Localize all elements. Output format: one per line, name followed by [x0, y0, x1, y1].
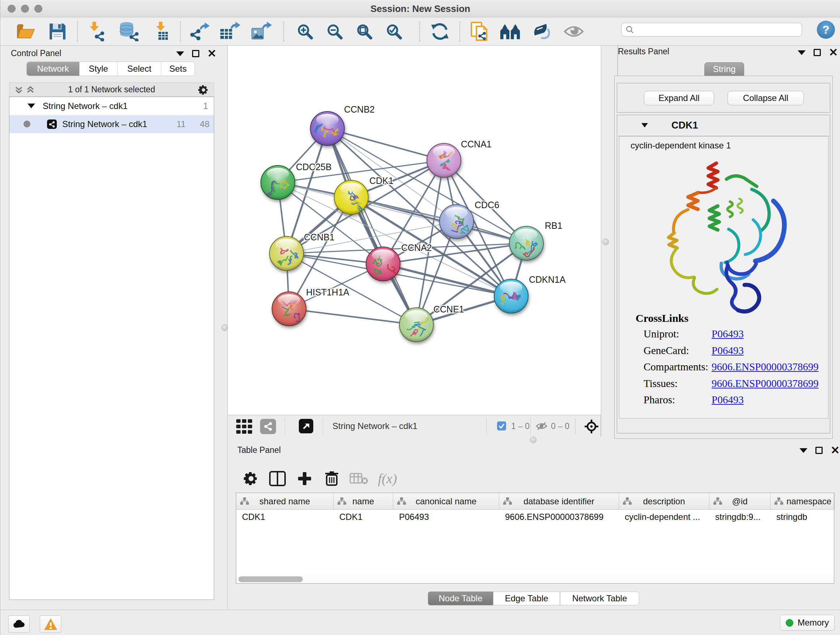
network-collection-row[interactable]: String Network – cdk1 1: [9, 97, 214, 115]
save-session-icon[interactable]: [47, 21, 68, 42]
zoom-out-icon[interactable]: [324, 21, 345, 42]
network-node-RB1[interactable]: [509, 226, 543, 260]
refresh-icon[interactable]: [429, 21, 451, 42]
open-session-icon[interactable]: [15, 21, 36, 42]
export-network-icon[interactable]: [189, 21, 210, 42]
delete-table-icon[interactable]: [347, 467, 370, 490]
gene-expander-icon[interactable]: [641, 123, 648, 128]
crosslink-value-link[interactable]: 9606.ENSP00000378699: [712, 361, 819, 373]
memory-label: Memory: [798, 618, 829, 628]
split-table-icon[interactable]: [266, 467, 289, 490]
network-node-CCNA1[interactable]: [427, 143, 461, 177]
network-node-HIST1H1A[interactable]: [272, 292, 306, 326]
scrollbar-thumb[interactable]: [238, 576, 303, 582]
column-header-description[interactable]: description: [619, 493, 709, 509]
table-float-icon[interactable]: [815, 447, 823, 454]
results-close-icon[interactable]: ✕: [829, 49, 838, 56]
share-view-icon[interactable]: [260, 419, 276, 434]
warning-button[interactable]: [40, 616, 61, 633]
results-float-icon[interactable]: [813, 49, 821, 56]
table-cell[interactable]: cyclin-dependent ...: [625, 512, 708, 522]
crosslink-value-link[interactable]: P06493: [712, 394, 744, 406]
tab-sets[interactable]: Sets: [161, 62, 195, 76]
search-input[interactable]: [635, 24, 802, 35]
cloud-button[interactable]: [8, 616, 30, 633]
panel-menu-icon[interactable]: [176, 51, 184, 56]
column-header-name[interactable]: name: [333, 493, 393, 509]
column-header-shared-name[interactable]: shared name: [236, 493, 333, 509]
left-splitter-handle[interactable]: [221, 325, 228, 331]
zoom-fit-icon[interactable]: [353, 21, 375, 42]
tab-node-table[interactable]: Node Table: [428, 592, 493, 605]
copy-network-icon[interactable]: [469, 21, 491, 42]
crosslinks-section: CrossLinks Uniprot:P06493GeneCard:P06493…: [636, 312, 688, 325]
column-header--id[interactable]: @id: [709, 493, 771, 509]
network-canvas[interactable]: CCNB2 CCNA1 CDC25B CDK1 CDC6 RB1 CCNB1 C…: [228, 46, 601, 415]
table-settings-gear-icon[interactable]: [240, 467, 263, 490]
table-horizontal-scrollbar[interactable]: [237, 576, 834, 583]
gene-section-header[interactable]: CDK1: [617, 116, 829, 136]
table-cell[interactable]: P06493: [399, 512, 498, 522]
network-node-CCNE1[interactable]: [399, 308, 433, 342]
first-neighbors-icon[interactable]: [500, 21, 521, 42]
tab-edge-table[interactable]: Edge Table: [493, 592, 560, 605]
network-node-CDKN1A[interactable]: [494, 279, 528, 313]
delete-column-trash-icon[interactable]: [320, 467, 343, 490]
column-header-database-identifier[interactable]: database identifier: [499, 493, 619, 509]
help-button[interactable]: ?: [817, 21, 835, 39]
table-menu-icon[interactable]: [799, 448, 807, 453]
collection-expander-icon[interactable]: [27, 103, 35, 109]
tab-network-table[interactable]: Network Table: [560, 592, 639, 605]
column-header-namespace[interactable]: namespace: [771, 493, 835, 509]
show-all-icon[interactable]: [563, 21, 584, 42]
import-network-file-icon[interactable]: [86, 21, 108, 42]
network-node-CDC25B[interactable]: [261, 165, 295, 200]
results-menu-icon[interactable]: [798, 50, 806, 55]
function-builder-icon[interactable]: f(x): [376, 467, 399, 490]
table-cell[interactable]: stringdb: [776, 512, 833, 522]
network-view-title: String Network – cdk1: [332, 421, 417, 431]
network-node-CDK1[interactable]: [334, 180, 368, 214]
tab-string[interactable]: String: [704, 62, 744, 76]
zoom-in-icon[interactable]: [294, 21, 316, 42]
crosslink-value-link[interactable]: P06493: [712, 328, 744, 340]
tab-network[interactable]: Network: [27, 62, 80, 76]
import-table-file-icon[interactable]: [152, 21, 173, 42]
detach-view-icon[interactable]: [299, 419, 313, 433]
tab-style[interactable]: Style: [80, 62, 118, 76]
table-cell[interactable]: 9606.ENSP00000378699: [505, 512, 617, 522]
crosslink-value-link[interactable]: P06493: [712, 345, 744, 356]
column-header-canonical-name[interactable]: canonical name: [393, 493, 499, 509]
panel-close-icon[interactable]: ✕: [207, 50, 216, 57]
crosslink-value-link[interactable]: 9606.ENSP00000378699: [712, 378, 819, 390]
search-box[interactable]: [621, 23, 802, 36]
network-options-gear-icon[interactable]: [197, 84, 210, 96]
expand-all-button[interactable]: Expand All: [644, 91, 714, 105]
network-node-CCNB2[interactable]: [310, 111, 344, 146]
export-table-icon[interactable]: [219, 21, 241, 42]
network-node-CDC6[interactable]: [439, 204, 474, 239]
zoom-selected-icon[interactable]: [383, 21, 404, 42]
add-column-icon[interactable]: [293, 467, 316, 490]
tab-select[interactable]: Select: [118, 62, 161, 76]
network-node-CCNB1[interactable]: [270, 236, 303, 271]
panel-float-icon[interactable]: [192, 50, 199, 57]
table-row[interactable]: CDK1CDK1P064939606.ENSP00000378699cyclin…: [236, 510, 834, 524]
table-cell[interactable]: stringdb:9...: [715, 512, 769, 522]
memory-button[interactable]: Memory: [780, 615, 835, 631]
collapse-all-button[interactable]: Collapse All: [728, 91, 804, 105]
network-edge[interactable]: [289, 309, 416, 325]
bottom-splitter-handle[interactable]: [530, 437, 537, 443]
network-row[interactable]: String Network – cdk1 11 48: [9, 115, 214, 133]
table-close-icon[interactable]: ✕: [831, 447, 840, 454]
hide-selected-icon[interactable]: [531, 21, 553, 42]
network-node-CCNA2[interactable]: [366, 247, 400, 281]
grid-view-icon[interactable]: [236, 419, 252, 434]
table-cell[interactable]: CDK1: [339, 512, 392, 522]
import-network-database-icon[interactable]: [118, 21, 140, 42]
table-cell[interactable]: CDK1: [242, 512, 332, 522]
birds-eye-view-icon[interactable]: [584, 419, 599, 434]
application-window: Session: New Session ?: [0, 0, 840, 635]
right-splitter-handle[interactable]: [602, 239, 609, 245]
export-image-icon[interactable]: [251, 21, 272, 42]
